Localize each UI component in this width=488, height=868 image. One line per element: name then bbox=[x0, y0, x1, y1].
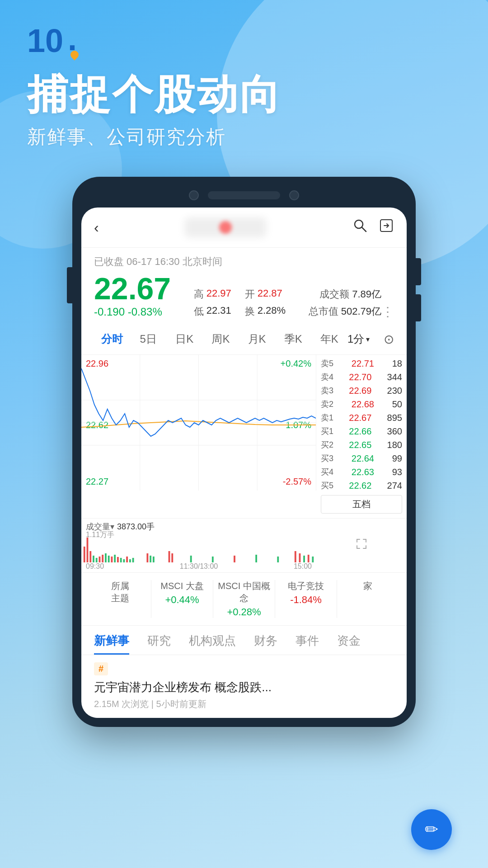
order-buy-3: 买3 22.64 99 bbox=[316, 452, 407, 465]
svg-rect-24 bbox=[129, 559, 131, 562]
buy2-price: 22.65 bbox=[349, 440, 371, 450]
svg-rect-10 bbox=[87, 538, 89, 562]
stock-market-cap: 总市值 502.79亿 bbox=[309, 305, 381, 318]
volume-bars-svg bbox=[81, 528, 316, 562]
cat-theme-name: 所属主题 bbox=[94, 580, 146, 604]
svg-rect-18 bbox=[111, 557, 113, 562]
search-icon[interactable] bbox=[352, 218, 368, 237]
tab-dayk[interactable]: 日K bbox=[166, 328, 202, 350]
svg-rect-17 bbox=[108, 556, 110, 562]
tab-1min[interactable]: 1分 ▾ bbox=[347, 328, 384, 350]
category-msci-large[interactable]: MSCI 大盘 +0.44% bbox=[156, 580, 208, 618]
svg-rect-37 bbox=[299, 553, 300, 562]
price-chart: 22.96 +0.42% 22.62 1.07% 22.27 -2.57% bbox=[81, 355, 316, 491]
svg-rect-34 bbox=[255, 555, 257, 562]
chart-target-icon[interactable]: ⊙ bbox=[384, 332, 394, 347]
zoom-icon[interactable] bbox=[353, 536, 370, 556]
cat-divider-3 bbox=[275, 580, 275, 618]
tab-5day[interactable]: 5日 bbox=[130, 328, 166, 350]
tab-dropdown-arrow: ▾ bbox=[366, 335, 370, 344]
main-title: 捕捉个股动向 bbox=[27, 72, 461, 117]
speaker bbox=[208, 191, 280, 199]
stock-open: 开 22.87 bbox=[245, 288, 286, 301]
sub-title: 新鲜事、公司研究分析 bbox=[27, 124, 461, 150]
content-tabs: 新鲜事 研究 机构观点 财务 事件 资金 bbox=[81, 626, 407, 655]
stock-change: -0.190 -0.83% bbox=[94, 306, 171, 318]
tab-jik[interactable]: 季K bbox=[275, 328, 311, 350]
buy1-qty: 360 bbox=[387, 426, 402, 437]
category-esports[interactable]: 电子竞技 -1.84% bbox=[280, 580, 332, 618]
header-icons bbox=[352, 218, 394, 237]
svg-rect-23 bbox=[126, 557, 128, 562]
time-start: 09:30 bbox=[86, 562, 104, 571]
sell3-label: 卖3 bbox=[321, 385, 333, 396]
buy3-qty: 99 bbox=[392, 453, 402, 464]
svg-rect-9 bbox=[84, 547, 85, 562]
buy3-price: 22.64 bbox=[352, 453, 374, 464]
tab-nink[interactable]: 年K bbox=[311, 328, 347, 350]
sell3-qty: 230 bbox=[387, 386, 402, 396]
stock-detail-col-2: 开 22.87 换 2.28% bbox=[245, 288, 286, 318]
sell2-qty: 50 bbox=[392, 399, 402, 410]
sensor-icon bbox=[289, 190, 299, 200]
share-icon[interactable] bbox=[379, 218, 394, 237]
tab-news[interactable]: 新鲜事 bbox=[94, 633, 129, 655]
order-buy-2: 买2 22.65 180 bbox=[316, 438, 407, 452]
header-title bbox=[185, 217, 266, 237]
svg-rect-15 bbox=[102, 555, 103, 562]
line-chart-svg bbox=[81, 355, 316, 491]
high-label: 高 bbox=[194, 288, 204, 301]
sell1-price: 22.67 bbox=[349, 413, 371, 423]
svg-rect-14 bbox=[99, 557, 101, 562]
category-theme[interactable]: 所属主题 bbox=[94, 580, 146, 618]
cat-msci-large-name: MSCI 大盘 bbox=[156, 580, 208, 592]
phone-frame: ‹ bbox=[72, 177, 416, 727]
svg-rect-31 bbox=[190, 556, 192, 562]
news-title: 元宇宙潜力企业榜发布 概念股跌... bbox=[94, 679, 394, 695]
sell4-qty: 344 bbox=[387, 372, 402, 382]
chart-tabs: 分时 5日 日K 周K 月K 季K 年K 1分 ▾ ⊙ bbox=[81, 324, 407, 355]
screen-header: ‹ bbox=[81, 208, 407, 248]
order-sell-4: 卖4 22.70 344 bbox=[316, 370, 407, 384]
logo-dot: . bbox=[66, 23, 79, 59]
order-sell-2: 卖2 22.68 50 bbox=[316, 397, 407, 411]
order-sell-5: 卖5 22.71 18 bbox=[316, 357, 407, 370]
tab-events[interactable]: 事件 bbox=[296, 633, 319, 655]
cat-msci-large-val: +0.44% bbox=[156, 594, 208, 606]
svg-rect-27 bbox=[150, 556, 151, 562]
tab-institution[interactable]: 机构观点 bbox=[189, 633, 236, 655]
category-msci-china[interactable]: MSCI 中国概念 +0.28% bbox=[218, 580, 270, 618]
stock-high: 高 22.97 bbox=[194, 288, 231, 301]
tab-fenshi[interactable]: 分时 bbox=[94, 328, 130, 350]
stock-details: 高 22.97 低 22.31 开 22.87 bbox=[171, 288, 309, 318]
back-button[interactable]: ‹ bbox=[94, 219, 99, 236]
low-label: 低 bbox=[194, 305, 204, 318]
tab-finance[interactable]: 财务 bbox=[254, 633, 277, 655]
tab-research[interactable]: 研究 bbox=[147, 633, 171, 655]
buy5-label: 买5 bbox=[321, 480, 333, 491]
fab-edit-icon: ✏ bbox=[425, 820, 438, 839]
time-end: 15:00 bbox=[294, 562, 312, 571]
svg-rect-38 bbox=[303, 556, 305, 562]
svg-rect-35 bbox=[277, 557, 279, 562]
phone-button-right-1 bbox=[416, 258, 421, 285]
tab-capital[interactable]: 资金 bbox=[337, 633, 361, 655]
volume-label: 成交额 bbox=[319, 288, 349, 301]
svg-rect-16 bbox=[105, 553, 107, 562]
fab-button[interactable]: ✏ bbox=[411, 809, 452, 850]
svg-rect-25 bbox=[132, 558, 134, 562]
buy2-label: 买2 bbox=[321, 439, 333, 450]
news-item-1[interactable]: # 元宇宙潜力企业榜发布 概念股跌... 2.15M 次浏览 | 5小时前更新 bbox=[81, 655, 407, 718]
tab-zhouk[interactable]: 周K bbox=[202, 328, 239, 350]
five-档-button[interactable]: 五档 bbox=[321, 495, 402, 514]
buy2-qty: 180 bbox=[387, 440, 402, 450]
more-button[interactable]: ⋮ bbox=[381, 306, 394, 318]
open-label: 开 bbox=[245, 288, 255, 301]
volume-side bbox=[316, 519, 407, 572]
cat-divider-1 bbox=[151, 580, 151, 618]
category-home[interactable]: 家 bbox=[342, 580, 394, 618]
svg-rect-30 bbox=[171, 553, 173, 562]
sell5-price: 22.71 bbox=[352, 359, 374, 369]
svg-rect-32 bbox=[212, 557, 214, 562]
tab-yuek[interactable]: 月K bbox=[239, 328, 275, 350]
